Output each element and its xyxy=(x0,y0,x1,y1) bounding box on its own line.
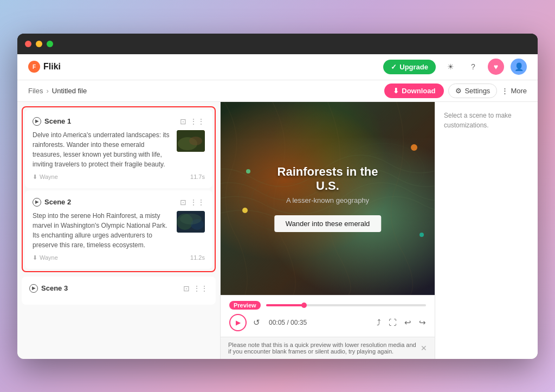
play-icon-2: ▶ xyxy=(33,198,41,207)
scene-2-text: Step into the serene Hoh Rainforest, a m… xyxy=(33,211,171,250)
fliki-logo-text: Fliki xyxy=(43,62,61,72)
player-controls: Preview ▶ ↺ 00:05 / xyxy=(221,295,435,337)
settings-button[interactable]: ⚙ Settings xyxy=(448,83,497,98)
play-pause-icon: ▶ xyxy=(236,319,241,326)
scene-2-duration: 11.2s xyxy=(190,254,205,261)
scenes-highlight-group: ▶ Scene 1 ⊡ ⋮⋮ Delve into America's unde… xyxy=(22,106,216,272)
scene-1-thumbnail xyxy=(177,130,205,152)
navbar-left: F Fliki xyxy=(28,61,61,73)
svg-point-2 xyxy=(189,137,202,145)
image-icon-1[interactable]: ⊡ xyxy=(180,117,186,126)
image-icon-2[interactable]: ⊡ xyxy=(180,198,186,207)
close-button[interactable] xyxy=(25,41,31,47)
forward-icon[interactable]: ↪ xyxy=(419,318,426,327)
scene-1-footer: ⬇ Wayne 11.7s xyxy=(33,173,205,181)
progress-bar-fill xyxy=(266,304,305,306)
scene-2-footer: ⬇ Wayne 11.2s xyxy=(33,254,205,261)
app-window: F Fliki ✓ Upgrade ☀ ? ♥ 👤 xyxy=(17,34,538,359)
download-icon: ⬇ xyxy=(393,87,399,95)
breadcrumb: Files › Untitled file xyxy=(28,87,87,95)
help-icon: ? xyxy=(471,62,475,71)
user-avatar-2[interactable]: 👤 xyxy=(511,59,527,75)
preview-label: Preview xyxy=(229,301,261,310)
navbar: F Fliki ✓ Upgrade ☀ ? ♥ 👤 xyxy=(17,54,538,80)
scene-3-header: ▶ Scene 3 ⊡ ⋮⋮ xyxy=(29,284,208,293)
svg-point-7 xyxy=(180,214,202,224)
fullscreen-icon[interactable]: ⛶ xyxy=(389,318,397,327)
notice-text: Please note that this is a quick preview… xyxy=(228,342,421,355)
play-icon-3: ▶ xyxy=(29,284,38,293)
progress-row: Preview xyxy=(229,301,426,310)
voice-icon-2: ⬇ xyxy=(33,254,37,261)
play-icon-1: ▶ xyxy=(33,117,41,126)
fliki-logo-icon: F xyxy=(28,61,40,73)
scene-1-text: Delve into America's underrated landscap… xyxy=(33,130,171,169)
scene-2-header: ▶ Scene 2 ⊡ ⋮⋮ xyxy=(33,198,205,207)
scene-card-3[interactable]: ▶ Scene 3 ⊡ ⋮⋮ xyxy=(22,277,216,305)
dot-teal xyxy=(420,233,424,237)
help-button[interactable]: ? xyxy=(465,59,481,75)
breadcrumb-bar: Files › Untitled file ⬇ Download ⚙ Setti… xyxy=(17,80,538,102)
controls-right: ⤴ ⛶ ↩ ↪ xyxy=(377,318,426,327)
avatar-icon-2: 👤 xyxy=(514,62,524,71)
minimize-button[interactable] xyxy=(36,41,42,47)
preview-panel: Rainforests in the U.S. A lesser-known g… xyxy=(221,102,435,359)
scene-card-1[interactable]: ▶ Scene 1 ⊡ ⋮⋮ Delve into America's unde… xyxy=(25,110,212,188)
sun-button[interactable]: ☀ xyxy=(442,59,459,75)
user-avatar-1[interactable]: ♥ xyxy=(488,59,504,75)
scene-2-thumbnail xyxy=(177,211,205,233)
more-icon: ⋮ xyxy=(501,87,508,95)
scene-card-2[interactable]: ▶ Scene 2 ⊡ ⋮⋮ Step into the serene Hoh … xyxy=(25,190,212,269)
image-icon-3[interactable]: ⊡ xyxy=(183,284,190,293)
scene-1-body: Delve into America's underrated landscap… xyxy=(33,130,205,169)
voice-icon-1: ⬇ xyxy=(33,173,37,181)
breadcrumb-current: Untitled file xyxy=(52,87,87,95)
app-content: F Fliki ✓ Upgrade ☀ ? ♥ 👤 xyxy=(17,54,538,359)
sun-icon: ☀ xyxy=(447,62,454,71)
share-icon[interactable]: ⤴ xyxy=(377,318,381,327)
video-subtitle: A lesser-known geography xyxy=(274,196,382,204)
controls-row: ▶ ↺ 00:05 / 00:35 ⤴ ⛶ ↩ ↪ xyxy=(229,314,426,331)
time-display: 00:05 / 00:35 xyxy=(269,319,307,326)
maximize-button[interactable] xyxy=(47,41,53,47)
dot-yellow xyxy=(242,208,248,213)
scene-3-actions: ⊡ ⋮⋮ xyxy=(183,284,208,293)
scene-2-title: ▶ Scene 2 xyxy=(33,198,71,207)
play-pause-button[interactable]: ▶ xyxy=(229,314,247,331)
video-area: Rainforests in the U.S. A lesser-known g… xyxy=(221,102,435,295)
avatar-icon: ♥ xyxy=(494,62,498,71)
grid-icon-2[interactable]: ⋮⋮ xyxy=(190,198,205,207)
right-panel: Select a scene to make customizations. xyxy=(435,102,538,359)
scene-1-duration: 11.7s xyxy=(190,173,205,180)
video-overlay: Rainforests in the U.S. A lesser-known g… xyxy=(274,165,382,232)
progress-bar-track[interactable] xyxy=(266,304,426,306)
download-button[interactable]: ⬇ Download xyxy=(384,83,444,98)
video-caption: Wander into these emerald xyxy=(274,215,382,232)
replay-icon[interactable]: ↺ xyxy=(253,318,260,327)
navbar-right: ✓ Upgrade ☀ ? ♥ 👤 xyxy=(383,59,527,75)
scene-1-title: ▶ Scene 1 xyxy=(33,117,71,126)
scene-1-header: ▶ Scene 1 ⊡ ⋮⋮ xyxy=(33,117,205,126)
scene-2-voice: ⬇ Wayne xyxy=(33,254,58,261)
more-button[interactable]: ⋮ More xyxy=(501,87,527,95)
video-frame: Rainforests in the U.S. A lesser-known g… xyxy=(221,102,435,295)
progress-dot xyxy=(301,303,307,308)
breadcrumb-separator: › xyxy=(46,87,48,95)
upgrade-button[interactable]: ✓ Upgrade xyxy=(383,60,436,74)
scene-3-title: ▶ Scene 3 xyxy=(29,284,68,293)
notice-close-button[interactable]: ✕ xyxy=(421,344,427,352)
video-title: Rainforests in the U.S. xyxy=(274,165,382,193)
grid-icon-1[interactable]: ⋮⋮ xyxy=(190,117,205,126)
files-link[interactable]: Files xyxy=(28,87,43,95)
fliki-logo: F Fliki xyxy=(28,61,61,73)
settings-icon: ⚙ xyxy=(455,87,462,95)
grid-icon-3[interactable]: ⋮⋮ xyxy=(193,284,208,293)
main-content: ▶ Scene 1 ⊡ ⋮⋮ Delve into America's unde… xyxy=(17,102,538,359)
scene-1-voice: ⬇ Wayne xyxy=(33,173,58,181)
scene-2-actions: ⊡ ⋮⋮ xyxy=(180,198,205,207)
notice-bar: Please note that this is a quick preview… xyxy=(221,337,435,359)
rewind-icon[interactable]: ↩ xyxy=(404,318,411,327)
scenes-panel: ▶ Scene 1 ⊡ ⋮⋮ Delve into America's unde… xyxy=(17,102,221,359)
breadcrumb-actions: ⬇ Download ⚙ Settings ⋮ More xyxy=(384,83,527,98)
right-panel-placeholder: Select a scene to make customizations. xyxy=(444,111,529,130)
